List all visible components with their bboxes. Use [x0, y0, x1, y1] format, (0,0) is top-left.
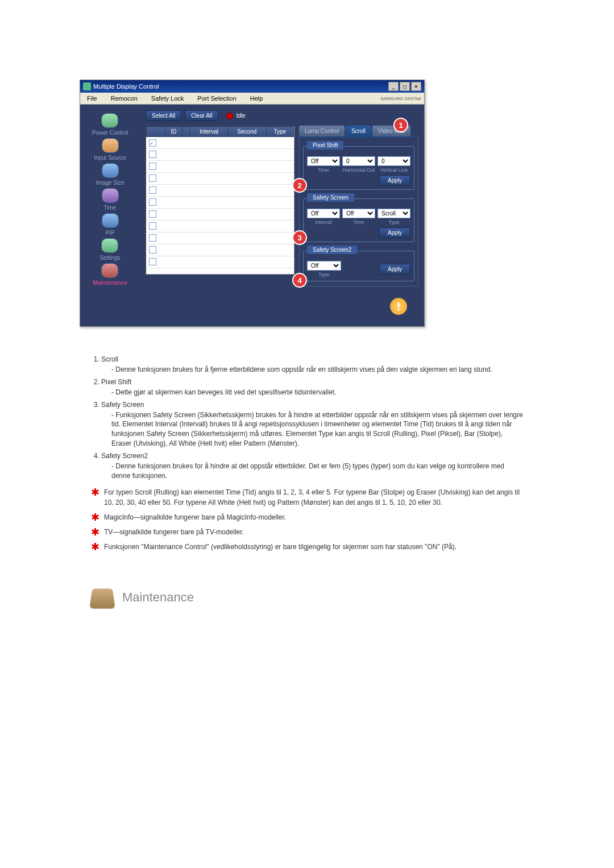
status-area: ! — [146, 292, 418, 321]
close-button[interactable]: × — [411, 82, 421, 91]
star-icon: ✱ — [91, 542, 99, 552]
group-safetyscreen: 3 Safety Screen OffInterval OffTime Scro… — [303, 194, 414, 242]
safetyscreen-time-select[interactable]: Off — [342, 209, 375, 218]
row-checkbox[interactable] — [149, 210, 156, 218]
star-icon: ✱ — [91, 487, 99, 497]
row-checkbox[interactable] — [149, 186, 156, 194]
doc-item-title: Scroll — [101, 355, 523, 363]
table-row[interactable] — [147, 149, 294, 161]
sidebar-item-inputsource[interactable]: Input Source — [94, 138, 126, 161]
table-row[interactable] — [147, 197, 294, 209]
row-checkbox[interactable] — [149, 175, 156, 182]
note-text: Funksjonen "Maintenance Control" (vedlik… — [104, 542, 457, 552]
col-id[interactable]: ID — [165, 127, 182, 137]
row-checkbox[interactable] — [149, 258, 156, 265]
menu-remocon[interactable]: Remocon — [104, 94, 144, 103]
input-icon — [102, 138, 119, 153]
maintenance-icon — [101, 263, 118, 278]
sidebar-item-time[interactable]: Time — [102, 188, 119, 211]
row-checkbox[interactable] — [149, 246, 156, 254]
row-checkbox[interactable] — [149, 163, 156, 170]
brand-label: SAMSUNG DIGITall — [380, 94, 424, 103]
pixelshift-apply-button[interactable]: Apply — [379, 175, 410, 186]
doc-item-title: Safety Screen2 — [101, 452, 523, 460]
safetyscreen-apply-button[interactable]: Apply — [379, 227, 410, 238]
col-check[interactable] — [147, 127, 165, 137]
tab-lampcontrol[interactable]: Lamp Control — [299, 126, 345, 136]
row-checkbox[interactable] — [149, 198, 156, 206]
section-title: Maintenance — [122, 590, 194, 605]
marker-4: 4 — [292, 273, 307, 288]
table-row[interactable] — [147, 137, 294, 149]
group-safetyscreen2: 4 Safety Screen2 OffType Apply — [303, 247, 414, 281]
star-icon: ✱ — [91, 527, 99, 537]
doc-item-desc: - Funksjonen Safety Screen (Sikkerhetssk… — [101, 410, 523, 448]
status-idle: Idle — [226, 113, 245, 119]
app-icon — [83, 82, 91, 90]
col-interval[interactable]: Interval — [190, 127, 228, 137]
row-checkbox[interactable] — [149, 222, 156, 230]
menu-portselection[interactable]: Port Selection — [190, 94, 243, 103]
power-icon — [101, 113, 118, 128]
documentation: Scroll- Denne funksjonen brukes for å fj… — [80, 355, 534, 609]
note-text: MagicInfo—signalkilde fungerer bare på M… — [104, 512, 286, 522]
marker-2: 2 — [292, 178, 307, 193]
imagesize-icon — [102, 163, 119, 178]
marker-3: 3 — [292, 230, 307, 245]
doc-item-desc: - Denne funksjonen brukes for å hindre a… — [101, 462, 523, 481]
warning-icon: ! — [390, 298, 407, 315]
legend-safetyscreen: Safety Screen — [307, 193, 354, 202]
sidebar-item-imagesize[interactable]: Image Size — [96, 163, 124, 186]
selectall-button[interactable]: Select All — [146, 110, 181, 121]
time-icon — [102, 188, 119, 203]
note-text: For typen Scroll (Rulling) kan elementet… — [104, 487, 523, 508]
doc-item-desc: - Denne funksjonen brukes for å fjerne e… — [101, 365, 523, 375]
doc-item-desc: - Dette gjør at skjermen kan beveges lit… — [101, 388, 523, 397]
menubar: File Remocon Safety Lock Port Selection … — [80, 93, 424, 105]
row-checkbox[interactable] — [149, 139, 156, 147]
section-icon — [89, 589, 115, 609]
sidebar: Power Control Input Source Image Size Ti… — [80, 105, 140, 326]
pixelshift-hdot-select[interactable]: 0 — [342, 156, 375, 166]
doc-item-title: Pixel Shift — [101, 378, 523, 386]
row-checkbox[interactable] — [149, 234, 156, 242]
maximize-button[interactable]: □ — [400, 82, 410, 91]
clearall-button[interactable]: Clear All — [185, 110, 218, 121]
table-row[interactable] — [147, 173, 294, 185]
table-row[interactable] — [147, 185, 294, 197]
row-checkbox[interactable] — [149, 151, 156, 158]
sidebar-item-maintenance[interactable]: Maintenance — [93, 263, 127, 286]
table-row[interactable] — [147, 256, 294, 268]
col-type[interactable]: Type — [266, 127, 293, 137]
table-row[interactable] — [147, 221, 294, 232]
titlebar[interactable]: Multiple Display Control _ □ × — [80, 80, 424, 93]
minimize-button[interactable]: _ — [388, 82, 399, 91]
col-status[interactable] — [182, 127, 190, 137]
settings-panel: 1 Lamp Control Scroll Video Wall 2 Pixel… — [299, 126, 418, 286]
display-table[interactable]: ID Interval Second Type — [146, 126, 294, 275]
menu-help[interactable]: Help — [243, 94, 270, 103]
table-row[interactable] — [147, 232, 294, 244]
menu-safetylock[interactable]: Safety Lock — [144, 94, 190, 103]
window-title: Multiple Display Control — [93, 83, 159, 90]
legend-pixelshift: Pixel Shift — [307, 141, 343, 149]
table-row[interactable] — [147, 209, 294, 221]
pixelshift-vline-select[interactable]: 0 — [377, 156, 410, 166]
sidebar-item-pip[interactable]: PIP — [102, 213, 119, 236]
marker-1: 1 — [393, 118, 408, 132]
star-icon: ✱ — [91, 512, 99, 522]
safetyscreen2-type-select[interactable]: Off — [307, 261, 341, 271]
legend-safetyscreen2: Safety Screen2 — [307, 246, 357, 254]
safetyscreen2-apply-button[interactable]: Apply — [379, 264, 410, 275]
settings-icon — [101, 238, 118, 253]
sidebar-item-powercontrol[interactable]: Power Control — [92, 113, 128, 136]
menu-file[interactable]: File — [80, 94, 104, 103]
sidebar-item-settings[interactable]: Settings — [99, 238, 120, 261]
table-row[interactable] — [147, 161, 294, 173]
pixelshift-time-select[interactable]: Off — [307, 156, 340, 166]
tab-scroll[interactable]: Scroll — [346, 126, 371, 136]
safetyscreen-interval-select[interactable]: Off — [307, 209, 340, 218]
table-row[interactable] — [147, 244, 294, 256]
safetyscreen-type-select[interactable]: Scroll — [377, 209, 410, 218]
col-second[interactable]: Second — [228, 127, 267, 137]
